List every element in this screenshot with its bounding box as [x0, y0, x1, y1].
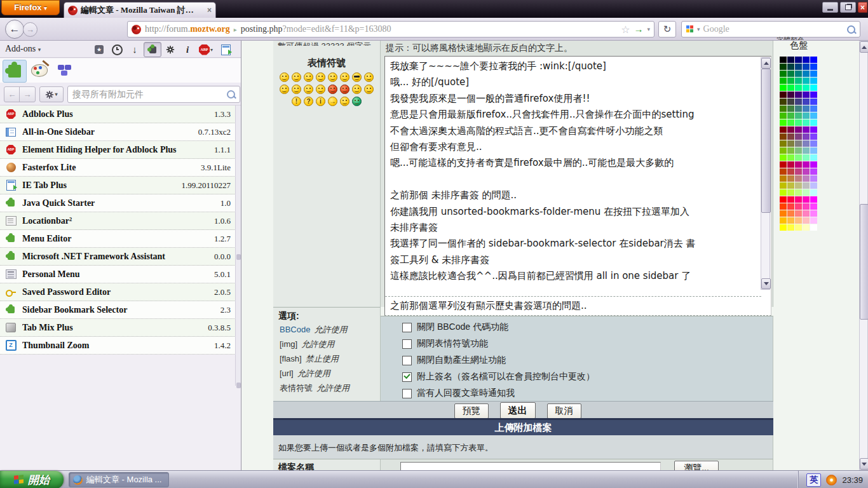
checkbox-unchecked[interactable] [402, 339, 412, 349]
color-swatch[interactable] [803, 196, 810, 203]
emoticon-surprised[interactable] [316, 72, 325, 82]
color-swatch[interactable] [780, 154, 787, 161]
color-swatch[interactable] [787, 210, 794, 217]
color-swatch[interactable] [810, 217, 817, 224]
cancel-button[interactable]: 取消 [547, 403, 581, 419]
category-plugins[interactable] [53, 60, 76, 81]
color-swatch[interactable] [787, 154, 794, 161]
restore-button[interactable] [840, 2, 856, 13]
addon-row[interactable]: ZThumbnail Zoom1.4.2 [0, 337, 236, 355]
color-swatch[interactable] [780, 196, 787, 203]
addon-row[interactable]: Saved Password Editor2.0.5 [0, 283, 236, 301]
addons-forward-button[interactable]: → [19, 86, 36, 102]
color-swatch[interactable] [810, 210, 817, 217]
color-swatch[interactable] [780, 203, 787, 210]
color-swatch[interactable] [795, 126, 802, 133]
color-swatch[interactable] [795, 112, 802, 119]
emoticon-twisted[interactable] [340, 85, 349, 94]
color-swatch[interactable] [795, 119, 802, 126]
addon-row[interactable]: Java Quick Starter1.0 [0, 194, 236, 212]
color-swatch[interactable] [780, 168, 787, 175]
color-swatch[interactable] [803, 126, 810, 133]
color-swatch[interactable] [795, 210, 802, 217]
addon-row[interactable]: Sidebar Bookmark Selector2.3 [0, 301, 236, 319]
addon-row[interactable]: Locationbar²1.0.6 [0, 212, 236, 230]
search-magnifier-icon[interactable] [847, 25, 855, 34]
color-swatch[interactable] [810, 168, 817, 175]
color-swatch[interactable] [787, 140, 794, 147]
color-swatch[interactable] [803, 105, 810, 112]
reload-button[interactable]: ↻ [658, 21, 676, 37]
url-bar[interactable]: http://forum.moztw.org ▸ posting.php?mod… [127, 21, 654, 37]
search-bar[interactable]: ▾ Google [681, 21, 860, 37]
color-swatch[interactable] [787, 98, 794, 105]
emoticon-biggrin[interactable] [280, 72, 289, 82]
emoticon-arrow[interactable]: → [328, 97, 337, 106]
color-swatch[interactable] [803, 92, 810, 98]
color-swatch[interactable] [787, 147, 794, 154]
emoticon-rolleyes[interactable] [352, 85, 362, 94]
color-swatch[interactable] [780, 189, 787, 196]
color-swatch[interactable] [803, 217, 810, 224]
color-swatch[interactable] [803, 147, 810, 154]
minimize-button[interactable] [822, 2, 838, 13]
color-swatch[interactable] [795, 203, 802, 210]
color-swatch[interactable] [803, 168, 810, 175]
color-swatch[interactable] [787, 203, 794, 210]
emoticon-neutral[interactable] [304, 72, 313, 82]
color-swatch[interactable] [803, 224, 810, 231]
emoticon-lol[interactable] [364, 72, 374, 82]
scroll-down-button[interactable] [761, 278, 771, 289]
color-swatch[interactable] [780, 112, 787, 119]
color-swatch[interactable] [803, 175, 810, 182]
color-swatch[interactable] [787, 196, 794, 203]
color-swatch[interactable] [810, 105, 817, 112]
color-swatch[interactable] [795, 168, 802, 175]
tray-app-icon[interactable] [826, 475, 837, 485]
color-swatch[interactable] [810, 85, 817, 91]
color-swatch[interactable] [810, 147, 817, 154]
color-swatch[interactable] [787, 189, 794, 196]
color-swatch[interactable] [810, 119, 817, 126]
addons-panel-button[interactable] [144, 42, 161, 57]
color-swatch[interactable] [780, 175, 787, 182]
color-swatch[interactable] [795, 64, 802, 70]
start-button[interactable]: 開始 [0, 471, 64, 488]
addon-row[interactable]: Menu Editor1.2.7 [0, 230, 236, 248]
color-swatch[interactable] [810, 140, 817, 147]
color-swatch[interactable] [803, 64, 810, 70]
color-swatch[interactable] [780, 78, 787, 84]
color-swatch[interactable] [810, 98, 817, 105]
color-swatch[interactable] [803, 182, 810, 189]
emoticon-evil[interactable] [328, 85, 337, 94]
color-swatch[interactable] [810, 161, 817, 168]
color-swatch[interactable] [803, 85, 810, 91]
color-swatch[interactable] [803, 78, 810, 84]
color-swatch[interactable] [803, 154, 810, 161]
color-swatch[interactable] [780, 71, 787, 77]
emoticon-eek[interactable] [328, 72, 337, 82]
addons-back-button[interactable]: ← [4, 86, 20, 102]
color-swatch[interactable] [787, 217, 794, 224]
emoticon-cool[interactable] [352, 72, 362, 82]
color-swatch[interactable] [803, 140, 810, 147]
addon-row[interactable]: IE Tab Plus1.99.20110227 [0, 177, 236, 194]
color-swatch[interactable] [787, 85, 794, 91]
bookmark-star-icon[interactable]: ☆ [621, 24, 630, 36]
color-swatch[interactable] [810, 224, 817, 231]
color-swatch[interactable] [803, 98, 810, 105]
color-swatch[interactable] [787, 105, 794, 112]
color-swatch[interactable] [803, 133, 810, 140]
color-swatch[interactable] [787, 224, 794, 231]
downloads-panel-button[interactable]: ↓ [126, 42, 144, 57]
color-swatch[interactable] [810, 133, 817, 140]
color-swatch[interactable] [787, 168, 794, 175]
color-swatch[interactable] [780, 119, 787, 126]
color-swatch[interactable] [795, 85, 802, 91]
color-swatch[interactable] [810, 64, 817, 70]
preview-button[interactable]: 預覽 [454, 403, 489, 419]
color-swatch[interactable] [803, 71, 810, 77]
search-engine-dropdown-icon[interactable]: ▾ [697, 26, 700, 32]
color-swatch[interactable] [780, 182, 787, 189]
color-swatch[interactable] [787, 92, 794, 98]
